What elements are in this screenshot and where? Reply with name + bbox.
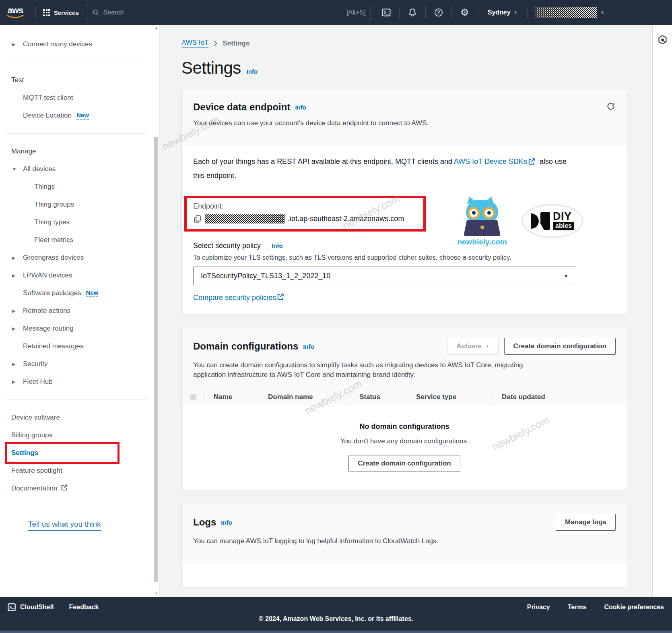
side-panel-toggle-button[interactable] <box>657 35 668 597</box>
sidebar-item-things[interactable]: Things <box>0 178 153 196</box>
security-policy-info-link[interactable]: Info <box>272 242 283 249</box>
sidebar-item-billing-groups[interactable]: Billing groups <box>0 426 153 444</box>
topbar-divider <box>478 6 478 19</box>
endpoint-card-title: Device data endpoint <box>193 101 290 113</box>
page-title-row: Settings Info <box>181 58 652 78</box>
svg-text:?: ? <box>437 10 440 15</box>
refresh-button[interactable] <box>606 101 616 113</box>
chevron-right-icon: ▶ <box>12 273 18 278</box>
copy-icon[interactable] <box>193 215 202 223</box>
console-footer: CloudShell Feedback Privacy Terms Cookie… <box>0 597 672 633</box>
sidebar-item-thing-types[interactable]: Thing types <box>0 213 153 231</box>
sidebar-item-label: Retained messages <box>23 342 83 350</box>
sidebar-item-label: Fleet metrics <box>34 236 73 244</box>
page-title: Settings <box>181 58 241 78</box>
sidebar-item-lpwan-devices[interactable]: ▶ LPWAN devices <box>0 267 153 284</box>
aws-console-page: aws Services [Alt+S] ? <box>0 0 672 633</box>
logs-info-link[interactable]: Info <box>221 519 232 526</box>
device-data-endpoint-card: Device data endpoint Info Your devices c… <box>181 90 627 314</box>
sidebar-divider <box>6 399 146 400</box>
redacted-endpoint-prefix <box>205 214 284 223</box>
sidebar-heading-manage: Manage <box>0 143 153 160</box>
global-search-box[interactable]: [Alt+S] <box>87 5 371 20</box>
sidebar-item-label: Connect many devices <box>23 40 92 48</box>
endpoint-label: Endpoint <box>193 202 417 211</box>
scroll-down-icon[interactable]: ▼ <box>154 592 159 596</box>
scrollbar-thumb[interactable] <box>154 137 158 582</box>
sidebar-item-device-software[interactable]: Device software <box>0 409 153 426</box>
footer-feedback-link[interactable]: Feedback <box>69 604 99 611</box>
footer-cookie-preferences-link[interactable]: Cookie preferences <box>604 604 664 611</box>
sidebar-item-all-devices[interactable]: ▼ All devices <box>0 160 153 178</box>
select-all-checkbox[interactable] <box>190 394 196 400</box>
services-menu-button[interactable]: Services <box>40 9 82 16</box>
sidebar-item-greengrass-devices[interactable]: ▶ Greengrass devices <box>0 249 153 267</box>
sidebar-item-fleet-metrics[interactable]: Fleet metrics <box>0 231 153 249</box>
sidebar-item-documentation[interactable]: Documentation <box>0 480 153 497</box>
search-icon <box>92 9 99 16</box>
sidebar-scrollbar[interactable]: ▲ ▼ <box>153 25 159 597</box>
new-badge: New <box>86 289 99 297</box>
manage-logs-button[interactable]: Manage logs <box>556 514 616 531</box>
account-menu[interactable]: ▼ <box>536 7 604 18</box>
compare-policies-link[interactable]: Compare security policies <box>193 293 287 302</box>
breadcrumb-aws-iot-link[interactable]: AWS IoT <box>181 39 208 48</box>
aws-logo[interactable]: aws <box>6 6 24 19</box>
chevron-right-icon: ▶ <box>12 42 18 47</box>
logs-card-description: You can manage AWS IoT logging to log he… <box>193 536 616 546</box>
chevron-down-icon: ▼ <box>514 10 517 14</box>
sidebar-item-software-packages[interactable]: Software packages New <box>0 284 153 302</box>
search-input[interactable] <box>103 9 342 16</box>
sidebar-item-mqtt-test-client[interactable]: MQTT test client <box>0 89 153 107</box>
footer-terms-link[interactable]: Terms <box>568 604 587 611</box>
sidebar-item-remote-actions[interactable]: ▶ Remote actions <box>0 302 153 320</box>
sidebar-item-security[interactable]: ▶ Security <box>0 355 153 373</box>
sidebar-item-label: Security <box>23 360 47 368</box>
sidebar-item-thing-groups[interactable]: Thing groups <box>0 196 153 213</box>
help-icon: ? <box>434 8 443 17</box>
sidebar-item-retained-messages[interactable]: Retained messages <box>0 337 153 355</box>
sidebar-item-settings[interactable]: Settings <box>0 444 153 462</box>
content-row: ▶ Connect many devices Test MQTT test cl… <box>0 25 672 597</box>
topbar-divider <box>399 6 400 19</box>
sidebar-item-feature-spotlight[interactable]: Feature spotlight <box>0 462 153 480</box>
services-label: Services <box>54 9 79 16</box>
sidebar-item-connect-many-devices[interactable]: ▶ Connect many devices <box>0 35 153 53</box>
page-info-link[interactable]: Info <box>247 68 258 75</box>
domain-card-header: Domain configurations Info Actions ▼ Cre… <box>182 328 627 388</box>
empty-create-domain-configuration-button[interactable]: Create domain configuration <box>348 455 460 472</box>
notifications-button[interactable] <box>404 4 421 21</box>
chevron-down-icon: ▼ <box>486 344 489 348</box>
sidebar-item-label: Billing groups <box>11 431 52 439</box>
logs-card-header: Logs Info Manage logs You can manage AWS… <box>182 504 627 562</box>
sidebar-item-message-routing[interactable]: ▶ Message routing <box>0 320 153 337</box>
security-policy-select[interactable]: IoTSecurityPolicy_TLS13_1_2_2022_10 ▼ <box>193 267 576 285</box>
help-button[interactable]: ? <box>430 4 447 21</box>
domain-info-link[interactable]: Info <box>303 343 314 350</box>
footer-privacy-link[interactable]: Privacy <box>527 604 550 611</box>
endpoint-info-link[interactable]: Info <box>295 104 306 111</box>
column-header-domain-name: Domain name <box>259 393 350 401</box>
cloudshell-terminal-icon <box>7 603 16 612</box>
search-shortcut-hint: [Alt+S] <box>346 9 366 16</box>
actions-button[interactable]: Actions ▼ <box>447 338 498 355</box>
create-domain-configuration-button[interactable]: Create domain configuration <box>504 338 616 355</box>
region-selector[interactable]: Sydney ▼ <box>482 9 523 16</box>
sidebar-item-fleet-hub[interactable]: ▶ Fleet Hub <box>0 373 153 391</box>
settings-gear-button[interactable]: ⚙ <box>456 4 474 21</box>
sidebar-item-label: All devices <box>23 165 56 173</box>
security-policy-label: Select security policy <box>193 242 261 250</box>
cloudshell-button[interactable] <box>377 4 395 21</box>
sidebar-item-device-location[interactable]: Device Location New <box>0 107 153 124</box>
chevron-right-icon: ▶ <box>12 255 18 261</box>
scroll-up-icon[interactable]: ▲ <box>154 26 159 30</box>
tell-us-link[interactable]: Tell us what you think <box>28 520 101 531</box>
vertical-divider <box>266 241 266 250</box>
device-sdks-link[interactable]: AWS IoT Device SDKs <box>454 157 527 165</box>
gear-icon: ⚙ <box>460 8 469 17</box>
breadcrumb-chevron-icon <box>213 40 218 47</box>
chevron-right-icon: ▶ <box>12 362 18 367</box>
sidebar-item-label: Feature spotlight <box>11 467 62 475</box>
footer-cloudshell-button[interactable]: CloudShell <box>7 603 54 612</box>
empty-state-title: No domain configurations <box>182 422 627 431</box>
